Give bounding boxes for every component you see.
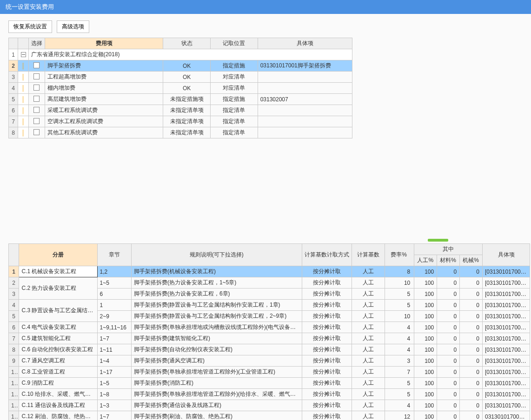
material-cell[interactable]: 0 (437, 333, 460, 344)
labor-cell[interactable]: 100 (414, 367, 437, 378)
labor-cell[interactable]: 100 (414, 355, 437, 367)
specific-header-2[interactable]: 具体项 (483, 244, 530, 266)
machine-cell[interactable]: 0 (460, 411, 483, 420)
material-cell[interactable]: 0 (437, 300, 460, 311)
material-cell[interactable]: 0 (437, 311, 460, 322)
calc-method-cell[interactable]: 按分摊计取 (302, 367, 352, 378)
chapter-cell[interactable]: 1~9,11~16 (97, 322, 131, 333)
calc-base-cell[interactable]: 人工 (352, 311, 385, 322)
location-cell[interactable]: 指定清单 (211, 105, 258, 116)
table-row[interactable]: 13C.11 通信设备及线路工程1~3脚手架搭拆费(通信设备及线路工程)按分摊计… (9, 400, 530, 411)
chapter-header[interactable]: 章节 (97, 244, 131, 266)
table-row[interactable]: 6C.4 电气设备安装工程1~9,11~16脚手架搭拆费(单独承担埋地或沟槽敷设… (9, 322, 530, 333)
machine-cell[interactable]: 0 (460, 400, 483, 411)
material-cell[interactable]: 0 (437, 400, 460, 411)
machine-cell[interactable]: 0 (460, 300, 483, 311)
fee-item-header[interactable]: 费用项 (45, 38, 163, 49)
calc-method-cell[interactable]: 按分摊计取 (302, 289, 352, 300)
material-cell[interactable]: 0 (437, 411, 460, 420)
labor-cell[interactable]: 100 (414, 378, 437, 389)
labor-cell[interactable]: 100 (414, 344, 437, 355)
specific-cell[interactable] (258, 105, 352, 116)
specific-cell-2[interactable]: [031301017001… (483, 322, 530, 333)
labor-cell[interactable]: 100 (414, 322, 437, 333)
rule-cell[interactable]: 脚手架搭拆费(自动化控制仪表安装工程) (131, 344, 302, 355)
checkbox-cell[interactable] (28, 105, 45, 116)
advanced-options-button[interactable]: 高级选项 (57, 20, 89, 33)
table-row[interactable]: 2C.2 热力设备安装工程1~5脚手架搭拆费(热力设备安装工程，1~5章)按分摊… (9, 277, 530, 289)
location-header[interactable]: 记取位置 (211, 38, 258, 49)
chapter-cell[interactable]: 1,2 (97, 266, 131, 277)
calc-method-cell[interactable]: 按分摊计取 (302, 322, 352, 333)
labor-cell[interactable]: 100 (414, 400, 437, 411)
specific-cell-2[interactable]: [031301017001… (483, 311, 530, 322)
volume-cell[interactable]: C.6 自动化控制仪表安装工程 (19, 344, 97, 355)
calc-base-cell[interactable]: 人工 (352, 400, 385, 411)
rule-cell[interactable]: 脚手架搭拆费(通风空调工程) (131, 355, 302, 367)
table-row[interactable]: 14C.12 刷油、防腐蚀、绝热…1~7脚手架搭拆费(刷油、防腐蚀、绝热工程)按… (9, 411, 530, 420)
specific-cell-2[interactable]: [031301017001… (483, 389, 530, 400)
location-cell[interactable]: 指定措施 (211, 94, 258, 105)
rate-cell[interactable]: 5 (385, 389, 414, 400)
specific-header[interactable]: 具体项 (258, 38, 352, 49)
chapter-cell[interactable]: 1~8 (97, 389, 131, 400)
fee-item-cell[interactable]: 其他工程系统调试费 (45, 127, 163, 138)
calc-base-header[interactable]: 计算基数 (352, 244, 385, 266)
table-row[interactable]: 12C.10 给排水、采暖、燃气…1~8脚手架搭拆费(单独承担埋地管道工程除外)… (9, 389, 530, 400)
volume-cell[interactable]: C.12 刷油、防腐蚀、绝热… (19, 411, 97, 420)
calc-base-cell[interactable]: 人工 (352, 266, 385, 277)
table-row[interactable]: 11C.9 消防工程1~5脚手架搭拆费(消防工程)按分摊计取人工510000[0… (9, 378, 530, 389)
labor-cell[interactable]: 100 (414, 289, 437, 300)
machine-cell[interactable]: 0 (460, 389, 483, 400)
machine-cell[interactable]: 0 (460, 367, 483, 378)
calc-method-cell[interactable]: 按分摊计取 (302, 400, 352, 411)
rule-cell[interactable]: 脚手架搭拆费(热力设备安装工程，6章) (131, 289, 302, 300)
tree-toggle[interactable] (18, 49, 28, 60)
table-row[interactable]: 7C.5 建筑智能化工程1~7脚手架搭拆费(建筑智能化工程)按分摊计取人工410… (9, 333, 530, 344)
volume-cell[interactable]: C.9 消防工程 (19, 378, 97, 389)
calc-base-cell[interactable]: 人工 (352, 367, 385, 378)
table-row[interactable]: 3│工程超高增加费OK对应清单 (9, 72, 352, 83)
rate-cell[interactable]: 4 (385, 344, 414, 355)
machine-header[interactable]: 机械% (460, 255, 483, 266)
chapter-cell[interactable]: 6 (97, 289, 131, 300)
volume-cell[interactable]: C.5 建筑智能化工程 (19, 333, 97, 344)
rate-cell[interactable]: 10 (385, 277, 414, 289)
table-row[interactable]: 7│空调水工程系统调试费未指定清单项指定清单 (9, 116, 352, 127)
calc-base-cell[interactable]: 人工 (352, 322, 385, 333)
table-row[interactable]: 5│高层建筑增加费未指定措施项指定措施031302007 (9, 94, 352, 105)
location-cell[interactable]: 指定清单 (211, 116, 258, 127)
material-cell[interactable]: 0 (437, 389, 460, 400)
rate-cell[interactable]: 4 (385, 333, 414, 344)
rules-table[interactable]: 分册 章节 规则说明(可下拉选择) 计算基数计取方式 计算基数 费率% 其中 具… (8, 243, 530, 420)
specific-cell-2[interactable]: [031301017001… (483, 289, 530, 300)
specific-cell[interactable] (258, 72, 352, 83)
rule-cell[interactable]: 脚手架搭拆费(建筑智能化工程) (131, 333, 302, 344)
specific-cell-2[interactable]: [031301017001… (483, 355, 530, 367)
labor-cell[interactable]: 100 (414, 266, 437, 277)
table-row[interactable]: 4│棚内增加费OK对应清单 (9, 83, 352, 94)
rule-cell[interactable]: 脚手架搭拆费(热力设备安装工程，1~5章) (131, 277, 302, 289)
rule-cell[interactable]: 脚手架搭拆费(单独承担埋地管道工程除外)(工业管道工程) (131, 367, 302, 378)
machine-cell[interactable]: 0 (460, 277, 483, 289)
rule-cell[interactable]: 脚手架搭拆费(单独承担埋地或沟槽敷设线缆工程除外)(电气设备… (131, 322, 302, 333)
rate-cell[interactable]: 5 (385, 289, 414, 300)
machine-cell[interactable]: 0 (460, 355, 483, 367)
fee-item-cell[interactable]: 工程超高增加费 (45, 72, 163, 83)
material-cell[interactable]: 0 (437, 322, 460, 333)
material-cell[interactable]: 0 (437, 378, 460, 389)
calc-base-cell[interactable]: 人工 (352, 300, 385, 311)
chapter-cell[interactable]: 1~3 (97, 400, 131, 411)
calc-method-cell[interactable]: 按分摊计取 (302, 378, 352, 389)
calc-method-cell[interactable]: 按分摊计取 (302, 300, 352, 311)
rate-cell[interactable]: 5 (385, 300, 414, 311)
rule-cell[interactable]: 脚手架搭拆费(静置设备与工艺金属结构制作安装工程，1章) (131, 300, 302, 311)
table-row[interactable]: 9C.7 通风空调工程1~4脚手架搭拆费(通风空调工程)按分摊计取人工31000… (9, 355, 530, 367)
checkbox-cell[interactable] (28, 127, 45, 138)
specific-cell[interactable] (258, 83, 352, 94)
rate-cell[interactable]: 4 (385, 322, 414, 333)
checkbox-cell[interactable] (28, 83, 45, 94)
material-cell[interactable]: 0 (437, 266, 460, 277)
labor-cell[interactable]: 100 (414, 277, 437, 289)
rate-header[interactable]: 费率% (385, 244, 414, 266)
